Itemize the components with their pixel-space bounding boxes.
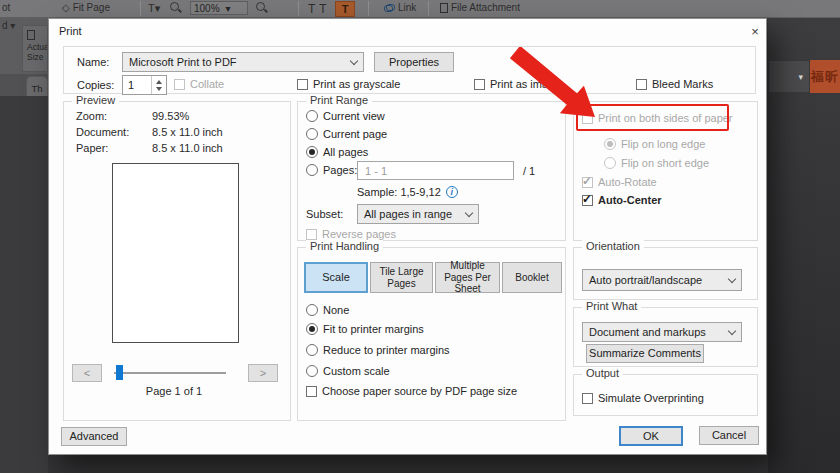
advanced-button[interactable]: Advanced bbox=[61, 427, 127, 446]
highlight-text-tool[interactable]: T bbox=[335, 1, 355, 17]
radio-flip-long-edge[interactable]: Flip on long edge bbox=[604, 138, 705, 150]
radio-circle bbox=[306, 110, 318, 122]
background-right-panel: ▾ 福昕 bbox=[768, 18, 840, 473]
print-dialog: Print × Name: Microsoft Print to PDF Pro… bbox=[48, 18, 767, 455]
properties-button[interactable]: Properties bbox=[374, 52, 454, 72]
copies-label: Copies: bbox=[77, 79, 114, 91]
toolbar-separator bbox=[428, 1, 429, 16]
sample-text: Sample: 1,5-9,12 bbox=[357, 186, 441, 198]
tab-tile-large-pages[interactable]: Tile Large Pages bbox=[370, 262, 433, 293]
previous-page-button[interactable]: < bbox=[72, 364, 102, 382]
fit-page-button[interactable]: ◇ Fit Page bbox=[62, 2, 110, 13]
annotation-arrow-icon bbox=[507, 47, 602, 119]
subset-select[interactable]: All pages in range bbox=[357, 204, 479, 224]
background-right-toolbar: ▾ 福昕 bbox=[768, 60, 840, 93]
cancel-button[interactable]: Cancel bbox=[699, 426, 759, 445]
radio-all-pages[interactable]: All pages bbox=[306, 146, 368, 158]
info-icon[interactable]: i bbox=[446, 186, 458, 198]
preview-group: Preview Zoom: 99.53% Document: 8.5 x 11.… bbox=[63, 101, 291, 421]
paper-source-checkbox[interactable]: Choose paper source by PDF page size bbox=[306, 385, 517, 397]
subset-label: Subset: bbox=[306, 208, 343, 220]
summarize-comments-button[interactable]: Summarize Comments bbox=[586, 344, 704, 363]
print-range-group: Print Range Current view Current page Al… bbox=[297, 101, 566, 241]
zoom-value: 99.53% bbox=[152, 110, 189, 122]
pages-total: / 1 bbox=[523, 165, 535, 177]
checkbox-box bbox=[297, 79, 308, 90]
radio-circle bbox=[306, 365, 318, 377]
auto-rotate-checkbox[interactable]: Auto-Rotate bbox=[582, 176, 657, 188]
zoom-in-button[interactable] bbox=[256, 2, 265, 11]
chevron-down-icon bbox=[350, 56, 358, 64]
checkbox-box bbox=[582, 177, 593, 188]
pages-input[interactable] bbox=[357, 161, 514, 180]
spinner-down-icon[interactable] bbox=[156, 87, 162, 91]
page-slider-handle[interactable] bbox=[116, 365, 123, 380]
spinner-buttons[interactable] bbox=[151, 76, 166, 94]
foxit-brand-button[interactable]: 福昕 bbox=[810, 60, 840, 93]
toolbar-separator bbox=[140, 1, 141, 16]
radio-pages[interactable]: Pages: bbox=[306, 164, 357, 176]
radio-circle bbox=[306, 323, 318, 335]
zoom-level-dropdown[interactable]: 100% ▾ bbox=[190, 1, 248, 15]
radio-current-view[interactable]: Current view bbox=[306, 110, 385, 122]
copies-input[interactable] bbox=[123, 76, 151, 94]
radio-none[interactable]: None bbox=[306, 304, 349, 316]
zoom-out-button[interactable] bbox=[170, 2, 179, 11]
reverse-pages-checkbox[interactable]: Reverse pages bbox=[306, 228, 396, 240]
ok-button[interactable]: OK bbox=[619, 426, 683, 446]
radio-circle bbox=[604, 138, 616, 150]
paper-value: 8.5 x 11.0 inch bbox=[152, 142, 223, 154]
page-slider-track[interactable] bbox=[114, 372, 226, 374]
typewriter-tool[interactable]: TT bbox=[308, 2, 331, 16]
tab-booklet[interactable]: Booklet bbox=[502, 262, 562, 293]
toolbar-separator bbox=[298, 1, 299, 16]
spinner-up-icon[interactable] bbox=[156, 80, 162, 84]
print-what-legend: Print What bbox=[582, 300, 641, 312]
radio-custom-scale[interactable]: Custom scale bbox=[306, 365, 390, 377]
dialog-title: Print bbox=[59, 25, 82, 37]
page-preview bbox=[112, 163, 239, 343]
radio-circle bbox=[604, 157, 616, 169]
checkbox-box bbox=[306, 386, 317, 397]
toolbar-fragment-d: d ▾ bbox=[2, 20, 15, 31]
document-label: Document: bbox=[76, 126, 129, 138]
printer-name-label: Name: bbox=[77, 56, 109, 68]
file-attachment-icon bbox=[440, 3, 448, 13]
checkbox-box bbox=[582, 393, 593, 404]
orientation-select[interactable]: Auto portrait/landscape bbox=[582, 269, 742, 291]
file-attachment-button[interactable]: File Attachment bbox=[440, 2, 520, 13]
radio-flip-short-edge[interactable]: Flip on short edge bbox=[604, 157, 709, 169]
radio-reduce-to-margins[interactable]: Reduce to printer margins bbox=[306, 344, 450, 356]
actual-size-button[interactable]: Actual Size bbox=[22, 25, 48, 72]
thumbnail-tab[interactable]: Th bbox=[26, 76, 48, 96]
toolbar-fragment-ot: ot bbox=[2, 2, 10, 13]
bleed-marks-checkbox[interactable]: Bleed Marks bbox=[636, 78, 713, 90]
radio-fit-to-margins[interactable]: Fit to printer margins bbox=[306, 323, 424, 335]
document-value: 8.5 x 11.0 inch bbox=[152, 126, 223, 138]
print-what-group: Print What Document and markups Summariz… bbox=[573, 307, 758, 367]
output-group: Output Simulate Overprinting bbox=[573, 374, 758, 416]
close-icon[interactable]: × bbox=[747, 23, 763, 39]
checkbox-box bbox=[174, 79, 185, 90]
orientation-group: Orientation Auto portrait/landscape bbox=[573, 247, 758, 300]
text-size-tool[interactable]: T▾ bbox=[148, 2, 160, 15]
background-dropdown[interactable]: ▾ bbox=[768, 60, 810, 93]
checkbox-box bbox=[636, 79, 647, 90]
chevron-down-icon bbox=[465, 208, 473, 216]
radio-current-page[interactable]: Current page bbox=[306, 128, 387, 140]
radio-circle bbox=[306, 304, 318, 316]
grayscale-checkbox[interactable]: Print as grayscale bbox=[297, 78, 400, 90]
collate-checkbox[interactable]: Collate bbox=[174, 78, 224, 90]
next-page-button[interactable]: > bbox=[248, 364, 278, 382]
printer-name-select[interactable]: Microsoft Print to PDF bbox=[122, 52, 364, 72]
simulate-overprinting-checkbox[interactable]: Simulate Overprinting bbox=[582, 392, 704, 404]
tab-multiple-pages[interactable]: Multiple Pages Per Sheet bbox=[435, 262, 500, 293]
link-button[interactable]: Link bbox=[384, 2, 416, 13]
print-range-legend: Print Range bbox=[306, 94, 372, 106]
auto-center-checkbox[interactable]: Auto-Center bbox=[582, 194, 662, 206]
zoom-in-icon bbox=[256, 2, 265, 11]
caret-down-icon: ▾ bbox=[798, 72, 803, 82]
tab-scale[interactable]: Scale bbox=[304, 262, 368, 293]
copies-stepper[interactable] bbox=[122, 75, 167, 95]
print-what-select[interactable]: Document and markups bbox=[582, 322, 742, 342]
